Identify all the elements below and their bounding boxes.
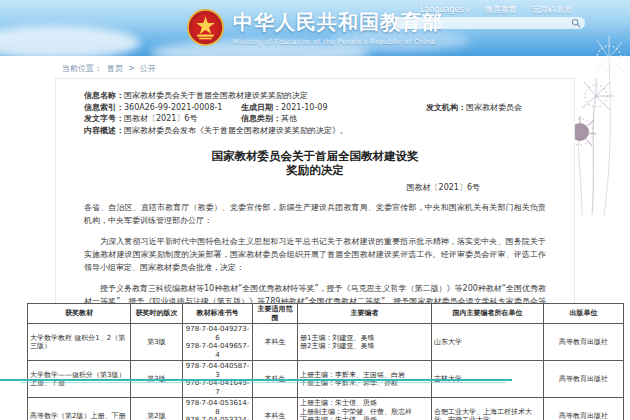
table-cell: 本科生 (253, 398, 298, 420)
languages-menu[interactable]: Languages∨ (420, 5, 470, 14)
paragraph-addressees: 各省、自治区、直辖市教育厅（教委）、党委宣传部，新疆生产建设兵团教育局、党委宣传… (84, 201, 546, 227)
table-row: 大学数学教程 微积分1、2（第三版）第3版978-7-04-049273-697… (28, 324, 624, 361)
document-number: 国教材〔2021〕6号 (84, 182, 546, 193)
selection-artifact-line (0, 379, 512, 381)
topbar-links: Languages∨ 微言教育 无障碍浏览 (420, 4, 572, 15)
table-cell: 第2版 (131, 398, 183, 420)
accessibility-link[interactable]: 无障碍浏览 (532, 4, 572, 15)
search-input[interactable] (401, 17, 570, 31)
national-emblem-icon (187, 9, 224, 46)
table-cell: 高等教育出版社 (544, 324, 624, 361)
table-header-cell: 主要适用范围 (253, 304, 298, 324)
meta-date-label: 生成日期： (241, 102, 281, 114)
table-cell: 978-7-04-053614-8978-7-04-053324-8 (183, 398, 253, 420)
document-title: 国家教材委员会关于首届全国教材建设奖 奖励的决定 (84, 149, 546, 177)
weiyan-link[interactable]: 微言教育 (485, 4, 517, 15)
selection-artifact-line (20, 382, 506, 383)
meta-row-index: 信息索引： 360A26-99-2021-0008-1 生成日期： 2021-1… (84, 102, 546, 114)
meta-docno-label: 发文字号： (84, 113, 124, 125)
meta-summary-label: 内容概述： (84, 125, 124, 137)
table-cell: 高等教育出版社 (544, 361, 624, 398)
table-row: 高等数学（第2版）上册、下册第2版978-7-04-053614-8978-7-… (28, 398, 624, 420)
meta-date-value: 2021-10-09 (281, 102, 328, 114)
meta-name-value: 国家教材委员会关于首届全国教材建设奖奖励的决定 (124, 90, 308, 102)
table-header-cell: 获奖时的版次 (131, 304, 183, 324)
table-cell: 高等数学（第2版）上册、下册 (28, 398, 131, 420)
meta-index-label: 信息索引： (84, 102, 124, 114)
search-bar[interactable] (395, 17, 585, 29)
meta-docno-value: 国教材〔2021〕6号 (124, 113, 197, 125)
table-cell: 978-7-04-049273-6978-7-04-049657-4 (183, 324, 253, 361)
table-cell: 大学数学教程 微积分1、2（第三版） (28, 324, 131, 361)
meta-org-label: 发文机构： (426, 102, 466, 114)
table-cell: 高等教育出版社 (544, 398, 624, 420)
table-header-cell: 出版单位 (544, 304, 624, 324)
meta-row-name: 信息名称： 国家教材委员会关于首届全国教材建设奖奖励的决定 (84, 90, 546, 102)
breadcrumb-separator: > (128, 64, 135, 73)
table-cell: 第3版 (131, 324, 183, 361)
site-banner: 中华人民共和国教育部 Ministry of Education of the … (0, 0, 630, 56)
meta-index-value: 360A26-99-2021-0008-1 (124, 102, 222, 114)
paragraph-background: 为深入贯彻习近平新时代中国特色社会主义思想和习近平总书记关于教材建设的重要指示批… (84, 235, 546, 274)
table-cell: 山东大学 (432, 324, 544, 361)
table-header-cell: 主要编者 (298, 304, 432, 324)
breadcrumb-home[interactable]: 首页 (107, 63, 123, 74)
meta-name-label: 信息名称： (84, 90, 124, 102)
table-cell: 上册主编：朱士信、唐烁上册副主编：宁荣健、任蕾、殷志祥下册主编：朱士信、唐烁下册… (298, 398, 432, 420)
meta-row-summary: 内容概述： 国家教材委员会发布《关于首届全国教材建设奖奖励的决定》。 (84, 125, 546, 137)
meta-row-docno: 发文字号： 国教材〔2021〕6号 信息类别： 其他 (84, 113, 546, 125)
cloud-decoration (0, 26, 140, 56)
table-cell: 本科生 (253, 324, 298, 361)
table-header-cell: 国内主要编者所在单位 (432, 304, 544, 324)
table-cell: 册1主编：刘建亚、吴臻册2主编：刘建亚、吴臻 (298, 324, 432, 361)
meta-type-value: 其他 (281, 113, 297, 125)
breadcrumb: 当前位置： 首页 > 公开 (62, 63, 156, 74)
breadcrumb-current[interactable]: 公开 (140, 63, 156, 74)
meta-org-value: 国家教材委员会 (466, 102, 522, 114)
table-header-row: 获奖教材获奖时的版次教材标准书号主要适用范围主要编者国内主要编者所在单位出版单位 (28, 304, 624, 324)
table-header-cell: 获奖教材 (28, 304, 131, 324)
chevron-down-icon: ∨ (466, 6, 470, 13)
search-icon[interactable] (571, 18, 581, 28)
breadcrumb-prefix: 当前位置： (62, 63, 102, 74)
meta-summary-value: 国家教材委员会发布《关于首届全国教材建设奖奖励的决定》。 (124, 125, 348, 137)
awards-table: 获奖教材获奖时的版次教材标准书号主要适用范围主要编者国内主要编者所在单位出版单位… (27, 303, 624, 420)
table-cell: 合肥工业大学、上海工程技术大学、安徽工业大学 (432, 398, 544, 420)
meta-type-label: 信息类别： (241, 113, 281, 125)
ministry-title-en: Ministry of Education of the People's Re… (233, 38, 493, 46)
table-header-cell: 教材标准书号 (183, 304, 253, 324)
